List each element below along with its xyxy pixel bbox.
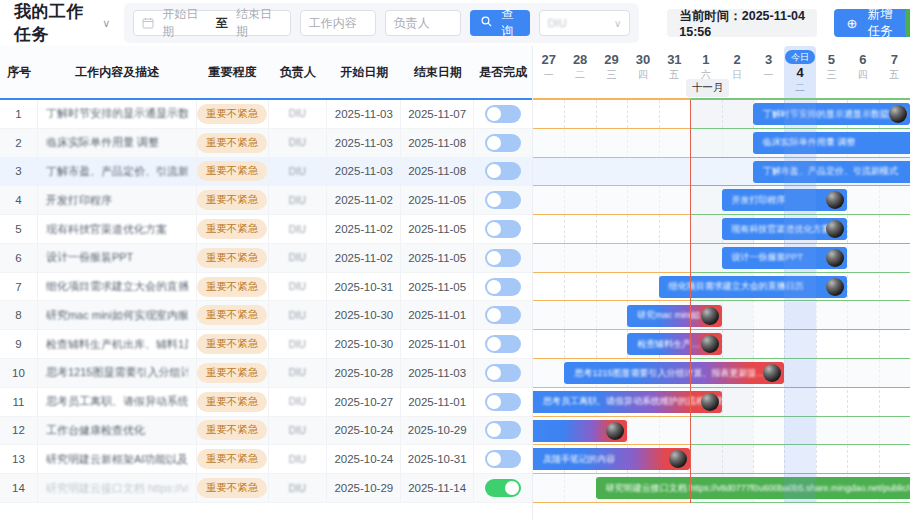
done-toggle[interactable] bbox=[485, 479, 521, 497]
table-row[interactable]: 11思考员工离职、请假异动系统的自动…重要不紧急DIU2025-10-27202… bbox=[0, 388, 532, 417]
done-toggle[interactable] bbox=[485, 191, 521, 209]
gantt-day-header[interactable]: 27一 bbox=[533, 46, 564, 100]
gantt-day-header[interactable]: 30四 bbox=[627, 46, 658, 100]
weekday-label: 四 bbox=[858, 68, 868, 82]
gantt-bar[interactable]: 丁解时节安排的显示通显示数据大屏 bbox=[753, 103, 910, 125]
priority-badge: 重要不紧急 bbox=[197, 133, 268, 153]
gantt-day-header[interactable]: 7五 bbox=[879, 46, 910, 100]
done-toggle[interactable] bbox=[485, 421, 521, 439]
gantt-bar[interactable]: 临床实际单件用量 调整 bbox=[753, 132, 910, 154]
task-content-text: 现有科技官渠道优化方案 bbox=[46, 222, 167, 237]
task-content-cell: 临床实际单件用量 调整 bbox=[38, 129, 197, 157]
gantt-bar[interactable]: 思考1215图显需要引入分组计算、报表更新提… bbox=[564, 362, 784, 384]
start-date-cell: 2025-10-27 bbox=[327, 388, 401, 416]
gantt-day-header[interactable]: 6四 bbox=[847, 46, 878, 100]
table-row[interactable]: 4开发打印程序重要不紧急DIU2025-11-022025-11-05 bbox=[0, 186, 532, 215]
gantt-day-header[interactable]: 今日4二 bbox=[784, 46, 815, 100]
day-number: 1 bbox=[702, 53, 709, 66]
done-toggle[interactable] bbox=[485, 306, 521, 324]
content-filter-input[interactable]: 工作内容 bbox=[300, 10, 376, 36]
table-row[interactable]: 3丁解市盈、产品定价、引流新模式重要不紧急DIU2025-11-032025-1… bbox=[0, 158, 532, 187]
priority-badge: 重要不紧急 bbox=[197, 449, 268, 469]
column-header: 序号 bbox=[0, 64, 38, 81]
task-content-cell: 工作台健康检查优化 bbox=[38, 417, 197, 445]
done-toggle[interactable] bbox=[485, 105, 521, 123]
day-number: 31 bbox=[667, 53, 681, 66]
gantt-bar-label: 思考1215图显需要引入分组计算、报表更新提… bbox=[564, 367, 784, 380]
start-date-cell: 2025-11-02 bbox=[327, 186, 401, 214]
table-row[interactable]: 7细化项目需求建立大会的直播日历重要不紧急DIU2025-10-312025-1… bbox=[0, 273, 532, 302]
toggle-knob bbox=[487, 107, 501, 121]
task-content-cell: 现有科技官渠道优化方案 bbox=[38, 215, 197, 243]
table-row[interactable]: 14研究明建云接口文档 https://v8d077…重要不紧急DIU2025-… bbox=[0, 474, 532, 503]
day-number: 30 bbox=[636, 53, 650, 66]
end-date-cell: 2025-11-05 bbox=[401, 186, 474, 214]
table-row[interactable]: 1丁解时节安排的显示通显示数据大屏…重要不紧急DIU2025-11-032025… bbox=[0, 100, 532, 129]
priority-badge: 重要不紧急 bbox=[197, 334, 268, 354]
weekday-label: 一 bbox=[544, 68, 554, 82]
done-toggle[interactable] bbox=[485, 450, 521, 468]
done-toggle[interactable] bbox=[485, 134, 521, 152]
end-date-cell: 2025-11-07 bbox=[401, 100, 474, 128]
gantt-day-header[interactable]: 5三 bbox=[816, 46, 847, 100]
done-toggle[interactable] bbox=[485, 335, 521, 353]
gantt-bar[interactable]: 思考员工离职、请假异动系统维护的流程处理… bbox=[533, 391, 722, 413]
weekday-label: 二 bbox=[795, 81, 805, 95]
done-cell bbox=[474, 474, 532, 502]
table-row[interactable]: 2临床实际单件用量 调整重要不紧急DIU2025-11-032025-11-08 bbox=[0, 129, 532, 158]
table-row[interactable]: 6设计一份服装PPT重要不紧急DIU2025-11-022025-11-05 bbox=[0, 244, 532, 273]
task-content-text: 丁解市盈、产品定价、引流新模式 bbox=[46, 164, 188, 179]
gantt-bar[interactable]: 细化项目需求建立大会的直播日历 bbox=[659, 276, 848, 298]
clipped-green-button[interactable] bbox=[905, 9, 910, 37]
gantt-day-header[interactable]: 3一 bbox=[753, 46, 784, 100]
priority-cell: 重要不紧急 bbox=[197, 417, 269, 445]
table-row[interactable]: 10思考1215图显需要引入分组计算、…重要不紧急DIU2025-10-2820… bbox=[0, 359, 532, 388]
gantt-bar[interactable]: 研究明建云接口文档 https://v8d0777f0u600ba0b5.sha… bbox=[596, 477, 910, 499]
task-table: 序号工作内容及描述重要程度负责人开始日期结束日期是否完成 1丁解时节安排的显示通… bbox=[0, 46, 533, 520]
end-date-cell: 2025-11-01 bbox=[401, 301, 474, 329]
gantt-bar[interactable]: 研究mac mini如… bbox=[627, 305, 721, 327]
row-border-oct bbox=[533, 502, 690, 503]
start-date-placeholder[interactable]: 开始日期 bbox=[162, 6, 208, 40]
gantt-row: 研究mac mini如… bbox=[533, 302, 910, 331]
owner-filter-input[interactable]: 负责人 bbox=[385, 10, 461, 36]
table-row[interactable]: 5现有科技官渠道优化方案重要不紧急DIU2025-11-022025-11-05 bbox=[0, 215, 532, 244]
task-content-cell: 思考1215图显需要引入分组计算、… bbox=[38, 359, 197, 387]
row-number-cell: 11 bbox=[0, 388, 38, 416]
task-content-cell: 研究明建云接口文档 https://v8d077… bbox=[38, 474, 197, 502]
search-button[interactable]: 查询 bbox=[470, 10, 530, 36]
table-row[interactable]: 12工作台健康检查优化重要不紧急DIU2025-10-242025-10-29 bbox=[0, 417, 532, 446]
gantt-row: 现有科技官渠道优化方案 bbox=[533, 215, 910, 244]
done-toggle[interactable] bbox=[485, 364, 521, 382]
chevron-down-icon[interactable]: ∨ bbox=[102, 17, 110, 30]
end-date-placeholder[interactable]: 结束日期 bbox=[236, 6, 282, 40]
day-number: 28 bbox=[573, 53, 587, 66]
gantt-day-header[interactable]: 2日 bbox=[722, 46, 753, 100]
table-row[interactable]: 9检查辅料生产机出库、辅料1是否正…重要不紧急DIU2025-10-302025… bbox=[0, 330, 532, 359]
owner-select[interactable]: DIU ∨ bbox=[539, 10, 631, 36]
done-toggle[interactable] bbox=[485, 220, 521, 238]
task-content-text: 临床实际单件用量 调整 bbox=[46, 135, 159, 150]
done-cell bbox=[474, 359, 532, 387]
done-toggle[interactable] bbox=[485, 162, 521, 180]
owner-cell: DIU bbox=[269, 186, 328, 214]
gantt-bar[interactable]: 检查辅料生产… bbox=[627, 333, 721, 355]
table-row[interactable]: 8研究mac mini如何实现室内服务器重要不紧急DIU2025-10-3020… bbox=[0, 301, 532, 330]
gantt-bar[interactable]: 丁解市盈、产品定价、引流新模式 bbox=[753, 161, 910, 183]
date-range-input[interactable]: 开始日期 至 结束日期 bbox=[133, 10, 290, 36]
gantt-day-header[interactable]: 28二 bbox=[564, 46, 595, 100]
done-toggle[interactable] bbox=[485, 393, 521, 411]
today-badge: 今日 bbox=[785, 50, 815, 64]
gantt-bar[interactable]: 及随手笔记的内容 bbox=[533, 448, 690, 470]
toggle-knob bbox=[505, 481, 519, 495]
done-toggle[interactable] bbox=[485, 278, 521, 296]
table-row[interactable]: 13研究明建云新框架AI功能以及样本更…重要不紧急DIU2025-10-2420… bbox=[0, 445, 532, 474]
owner-name: DIU bbox=[289, 396, 306, 407]
add-task-button[interactable]: ⊕ 新增任务 bbox=[834, 9, 910, 37]
task-content-text: 开发打印程序 bbox=[46, 193, 112, 208]
gantt-day-header[interactable]: 29三 bbox=[596, 46, 627, 100]
gantt-bar[interactable] bbox=[533, 420, 627, 442]
done-cell bbox=[474, 417, 532, 445]
owner-cell: DIU bbox=[269, 301, 328, 329]
done-toggle[interactable] bbox=[485, 249, 521, 267]
